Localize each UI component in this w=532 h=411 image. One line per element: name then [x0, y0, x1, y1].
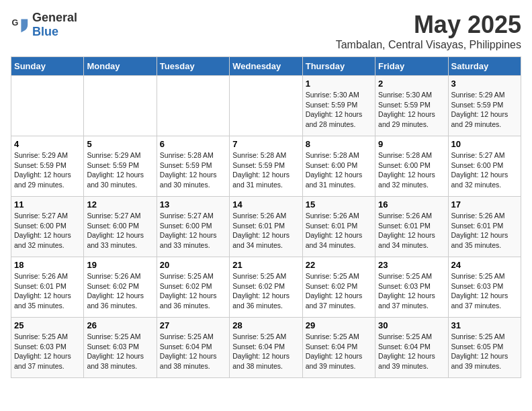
day-info: Sunrise: 5:30 AM Sunset: 5:59 PM Dayligh…	[378, 90, 445, 130]
calendar-cell: 1Sunrise: 5:30 AM Sunset: 5:59 PM Daylig…	[302, 76, 375, 136]
calendar-cell: 12Sunrise: 5:27 AM Sunset: 6:00 PM Dayli…	[84, 197, 157, 257]
calendar-cell: 4Sunrise: 5:29 AM Sunset: 5:59 PM Daylig…	[11, 136, 84, 197]
day-info: Sunrise: 5:30 AM Sunset: 5:59 PM Dayligh…	[306, 90, 372, 130]
day-header-thursday: Thursday	[302, 57, 375, 76]
week-row-3: 11Sunrise: 5:27 AM Sunset: 6:00 PM Dayli…	[11, 197, 521, 257]
calendar-cell: 16Sunrise: 5:26 AM Sunset: 6:01 PM Dayli…	[375, 197, 448, 257]
day-number: 26	[87, 320, 153, 330]
day-info: Sunrise: 5:25 AM Sunset: 6:02 PM Dayligh…	[232, 271, 299, 311]
calendar-cell: 24Sunrise: 5:25 AM Sunset: 6:03 PM Dayli…	[448, 257, 521, 318]
day-info: Sunrise: 5:25 AM Sunset: 6:03 PM Dayligh…	[14, 332, 81, 371]
calendar-cell: 3Sunrise: 5:29 AM Sunset: 5:59 PM Daylig…	[448, 76, 521, 136]
day-number: 31	[451, 320, 518, 330]
title-area: May 2025 Tambalan, Central Visayas, Phil…	[336, 11, 521, 51]
day-info: Sunrise: 5:29 AM Sunset: 5:59 PM Dayligh…	[451, 90, 518, 130]
logo: G General Blue	[11, 11, 77, 39]
day-info: Sunrise: 5:25 AM Sunset: 6:03 PM Dayligh…	[378, 271, 445, 311]
day-number: 4	[14, 139, 81, 149]
calendar-cell: 20Sunrise: 5:25 AM Sunset: 6:02 PM Dayli…	[157, 257, 229, 318]
calendar-cell: 14Sunrise: 5:26 AM Sunset: 6:01 PM Dayli…	[230, 197, 302, 257]
day-number: 14	[232, 199, 299, 210]
day-number: 28	[232, 320, 299, 330]
day-number: 24	[451, 260, 518, 270]
day-info: Sunrise: 5:26 AM Sunset: 6:01 PM Dayligh…	[306, 211, 372, 250]
calendar-cell: 19Sunrise: 5:26 AM Sunset: 6:02 PM Dayli…	[84, 257, 157, 318]
day-info: Sunrise: 5:28 AM Sunset: 5:59 PM Dayligh…	[160, 150, 226, 190]
subtitle: Tambalan, Central Visayas, Philippines	[336, 39, 521, 51]
day-number: 13	[160, 199, 226, 210]
calendar-cell: 21Sunrise: 5:25 AM Sunset: 6:02 PM Dayli…	[230, 257, 302, 318]
calendar-cell: 13Sunrise: 5:27 AM Sunset: 6:00 PM Dayli…	[157, 197, 229, 257]
calendar-cell: 23Sunrise: 5:25 AM Sunset: 6:03 PM Dayli…	[375, 257, 448, 318]
day-info: Sunrise: 5:29 AM Sunset: 5:59 PM Dayligh…	[87, 150, 153, 190]
day-info: Sunrise: 5:25 AM Sunset: 6:04 PM Dayligh…	[306, 332, 372, 371]
header: G General Blue May 2025 Tambalan, Centra…	[11, 11, 521, 51]
day-number: 3	[451, 79, 518, 89]
day-number: 17	[451, 199, 518, 210]
day-info: Sunrise: 5:25 AM Sunset: 6:02 PM Dayligh…	[160, 271, 226, 311]
calendar-cell	[157, 76, 229, 136]
day-number: 20	[160, 260, 226, 270]
logo-icon: G	[11, 15, 30, 34]
calendar-cell: 7Sunrise: 5:28 AM Sunset: 5:59 PM Daylig…	[230, 136, 302, 197]
calendar-cell: 11Sunrise: 5:27 AM Sunset: 6:00 PM Dayli…	[11, 197, 84, 257]
calendar-cell: 6Sunrise: 5:28 AM Sunset: 5:59 PM Daylig…	[157, 136, 229, 197]
day-header-monday: Monday	[84, 57, 157, 76]
svg-text:G: G	[11, 18, 18, 28]
day-number: 23	[378, 260, 445, 270]
day-info: Sunrise: 5:25 AM Sunset: 6:04 PM Dayligh…	[160, 332, 226, 371]
day-number: 16	[378, 199, 445, 210]
day-info: Sunrise: 5:26 AM Sunset: 6:01 PM Dayligh…	[14, 271, 81, 311]
day-info: Sunrise: 5:26 AM Sunset: 6:01 PM Dayligh…	[232, 211, 299, 250]
calendar-cell: 5Sunrise: 5:29 AM Sunset: 5:59 PM Daylig…	[84, 136, 157, 197]
calendar-cell: 29Sunrise: 5:25 AM Sunset: 6:04 PM Dayli…	[302, 318, 375, 378]
calendar-cell: 9Sunrise: 5:28 AM Sunset: 6:00 PM Daylig…	[375, 136, 448, 197]
day-info: Sunrise: 5:28 AM Sunset: 6:00 PM Dayligh…	[378, 150, 445, 190]
day-header-tuesday: Tuesday	[157, 57, 229, 76]
week-row-1: 1Sunrise: 5:30 AM Sunset: 5:59 PM Daylig…	[11, 76, 521, 136]
main-title: May 2025	[336, 11, 521, 39]
day-header-row: SundayMondayTuesdayWednesdayThursdayFrid…	[11, 57, 521, 76]
day-info: Sunrise: 5:27 AM Sunset: 6:00 PM Dayligh…	[14, 211, 81, 250]
day-number: 25	[14, 320, 81, 330]
day-number: 30	[378, 320, 445, 330]
week-row-4: 18Sunrise: 5:26 AM Sunset: 6:01 PM Dayli…	[11, 257, 521, 318]
day-number: 19	[87, 260, 153, 270]
calendar-cell: 31Sunrise: 5:25 AM Sunset: 6:05 PM Dayli…	[448, 318, 521, 378]
day-number: 2	[378, 79, 445, 89]
day-number: 8	[306, 139, 372, 149]
calendar-cell	[84, 76, 157, 136]
logo-text: General Blue	[32, 11, 77, 39]
day-number: 15	[306, 199, 372, 210]
day-info: Sunrise: 5:25 AM Sunset: 6:03 PM Dayligh…	[87, 332, 153, 371]
calendar-cell: 2Sunrise: 5:30 AM Sunset: 5:59 PM Daylig…	[375, 76, 448, 136]
calendar-cell	[230, 76, 302, 136]
day-info: Sunrise: 5:27 AM Sunset: 6:00 PM Dayligh…	[87, 211, 153, 250]
day-number: 9	[378, 139, 445, 149]
day-info: Sunrise: 5:26 AM Sunset: 6:01 PM Dayligh…	[451, 211, 518, 250]
day-number: 18	[14, 260, 81, 270]
day-info: Sunrise: 5:26 AM Sunset: 6:01 PM Dayligh…	[378, 211, 445, 250]
day-number: 21	[232, 260, 299, 270]
day-info: Sunrise: 5:25 AM Sunset: 6:03 PM Dayligh…	[451, 271, 518, 311]
day-number: 7	[232, 139, 299, 149]
day-number: 27	[160, 320, 226, 330]
calendar-cell: 26Sunrise: 5:25 AM Sunset: 6:03 PM Dayli…	[84, 318, 157, 378]
day-info: Sunrise: 5:28 AM Sunset: 6:00 PM Dayligh…	[306, 150, 372, 190]
day-number: 6	[160, 139, 226, 149]
day-number: 12	[87, 199, 153, 210]
day-info: Sunrise: 5:25 AM Sunset: 6:02 PM Dayligh…	[306, 271, 372, 311]
calendar-cell: 15Sunrise: 5:26 AM Sunset: 6:01 PM Dayli…	[302, 197, 375, 257]
logo-general: General	[32, 11, 77, 24]
day-info: Sunrise: 5:27 AM Sunset: 6:00 PM Dayligh…	[451, 150, 518, 190]
calendar-cell: 22Sunrise: 5:25 AM Sunset: 6:02 PM Dayli…	[302, 257, 375, 318]
week-row-2: 4Sunrise: 5:29 AM Sunset: 5:59 PM Daylig…	[11, 136, 521, 197]
day-number: 1	[306, 79, 372, 89]
calendar-cell: 18Sunrise: 5:26 AM Sunset: 6:01 PM Dayli…	[11, 257, 84, 318]
calendar-table: SundayMondayTuesdayWednesdayThursdayFrid…	[11, 56, 521, 378]
calendar-cell: 27Sunrise: 5:25 AM Sunset: 6:04 PM Dayli…	[157, 318, 229, 378]
day-info: Sunrise: 5:25 AM Sunset: 6:04 PM Dayligh…	[232, 332, 299, 371]
day-header-sunday: Sunday	[11, 57, 84, 76]
calendar-cell	[11, 76, 84, 136]
calendar-cell: 25Sunrise: 5:25 AM Sunset: 6:03 PM Dayli…	[11, 318, 84, 378]
